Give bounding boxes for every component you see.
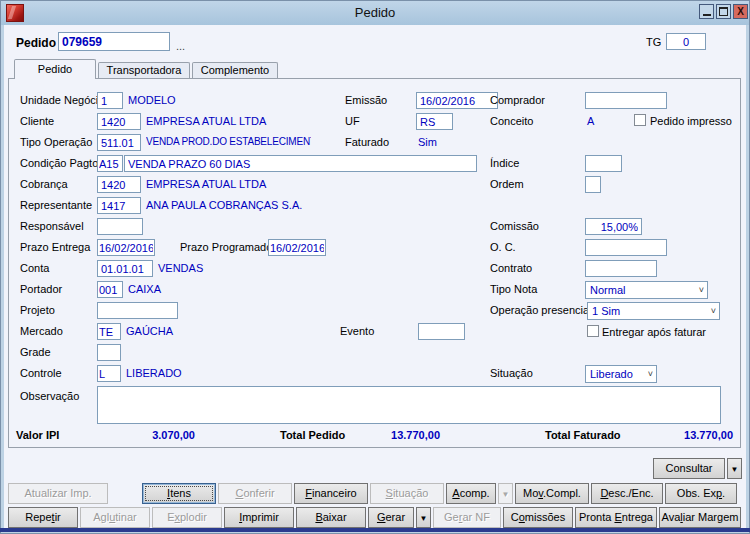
representante-desc: ANA PAULA COBRANÇAS S.A.: [146, 199, 302, 211]
mov-compl-button[interactable]: Mov.Compl.: [515, 483, 589, 504]
prazo-entrega-input[interactable]: [97, 239, 155, 256]
oc-input[interactable]: [585, 239, 667, 256]
evento-input[interactable]: [418, 323, 465, 340]
gerar-dropdown-button[interactable]: ▼: [416, 507, 431, 528]
acomp-dropdown-button: ▼: [498, 483, 513, 504]
dropdown-arrow-icon: ▼: [731, 465, 739, 474]
representante-label: Representante: [20, 199, 92, 211]
oc-label: O. C.: [490, 241, 516, 253]
projeto-input[interactable]: [97, 302, 178, 319]
pedido-lookup-button[interactable]: ...: [176, 40, 185, 52]
comissoes-button[interactable]: Comissões: [503, 507, 573, 528]
condicao-pagto-input[interactable]: [97, 155, 123, 172]
tipo-nota-label: Tipo Nota: [490, 283, 537, 295]
consultar-button[interactable]: Consultar: [653, 458, 725, 479]
tipo-nota-select[interactable]: Normal˅: [585, 281, 708, 299]
portador-input[interactable]: [97, 281, 123, 298]
chevron-down-icon: ˅: [711, 306, 716, 316]
condicao-pagto-desc-input[interactable]: [124, 155, 477, 172]
prazo-programado-label: Prazo Programado: [180, 241, 272, 253]
entregar-apos-faturar-label: Entregar após faturar: [602, 326, 706, 338]
projeto-label: Projeto: [20, 304, 55, 316]
contrato-input[interactable]: [585, 260, 657, 277]
cliente-input[interactable]: [97, 113, 141, 130]
uf-label: UF: [345, 115, 360, 127]
tipo-nota-value: Normal: [590, 284, 625, 296]
representante-input[interactable]: [97, 197, 141, 214]
condicao-pagto-label: Condição Pagto.: [20, 157, 101, 169]
indice-label: Índice: [490, 157, 519, 169]
tipo-operacao-desc: VENDA PROD.DO ESTABELECIMENTO (ICMS 1: [146, 136, 311, 147]
portador-label: Portador: [20, 283, 62, 295]
unidade-negocio-label: Unidade Negócio: [20, 94, 104, 106]
grade-input[interactable]: [97, 344, 121, 361]
uf-input[interactable]: [416, 113, 453, 130]
emissao-input[interactable]: [416, 92, 498, 109]
explodir-button: Explodir: [152, 507, 222, 528]
operacao-presencial-value: 1 Sim: [592, 305, 620, 317]
baixar-button[interactable]: Baixar: [296, 507, 366, 528]
desc-enc-button[interactable]: Desc./Enc.: [591, 483, 663, 504]
pedido-window: Pedido X Pedido Transportadora Complemen…: [0, 0, 750, 534]
atualizar-imp-button: Atualizar Imp.: [8, 483, 108, 504]
situacao-value: Liberado: [590, 368, 633, 380]
total-pedido-value: 13.770,00: [350, 429, 440, 441]
dropdown-arrow-icon: ▼: [502, 490, 510, 499]
entregar-apos-faturar-checkbox[interactable]: [587, 325, 599, 337]
pronta-entrega-button[interactable]: Pronta Entrega: [575, 507, 657, 528]
grade-label: Grade: [20, 346, 51, 358]
mercado-input[interactable]: [97, 323, 121, 340]
gerar-button[interactable]: Gerar: [368, 507, 414, 528]
situacao-select[interactable]: Liberado˅: [585, 365, 657, 383]
comprador-input[interactable]: [585, 92, 667, 109]
controle-desc: LIBERADO: [126, 367, 182, 379]
observacao-textarea[interactable]: [97, 386, 721, 424]
total-faturado-value: 13.770,00: [640, 429, 733, 441]
comprador-label: Comprador: [490, 94, 545, 106]
observacao-label: Observação: [20, 390, 79, 402]
evento-label: Evento: [340, 325, 374, 337]
controle-input[interactable]: [97, 365, 121, 382]
prazo-programado-input[interactable]: [268, 239, 326, 256]
prazo-entrega-label: Prazo Entrega: [20, 241, 90, 253]
itens-button[interactable]: Itens: [142, 483, 216, 504]
imprimir-button[interactable]: Imprimir: [224, 507, 294, 528]
pedido-number-input[interactable]: [58, 32, 170, 51]
total-faturado-label: Total Faturado: [545, 429, 621, 441]
chevron-down-icon: ˅: [699, 285, 704, 295]
dropdown-arrow-icon: ▼: [420, 514, 428, 523]
obs-exp-button[interactable]: Obs. Exp.: [665, 483, 737, 504]
comissao-label: Comissão: [490, 220, 539, 232]
tg-label: TG: [646, 36, 661, 48]
gerar-nf-button: Gerar NF: [433, 507, 501, 528]
faturado-label: Faturado: [345, 136, 389, 148]
conta-label: Conta: [20, 262, 49, 274]
situacao-button: Situação: [370, 483, 444, 504]
cliente-desc: EMPRESA ATUAL LTDA: [146, 115, 266, 127]
mercado-desc: GAÚCHA: [126, 325, 173, 337]
repetir-button[interactable]: Repetir: [8, 507, 78, 528]
cobranca-input[interactable]: [97, 176, 141, 193]
unidade-negocio-input[interactable]: [97, 92, 123, 109]
consultar-dropdown-button[interactable]: ▼: [727, 458, 742, 479]
avaliar-margem-button[interactable]: Avaliar Margem: [659, 507, 741, 528]
contrato-label: Contrato: [490, 262, 532, 274]
operacao-presencial-select[interactable]: 1 Sim˅: [587, 302, 720, 320]
tg-input[interactable]: [666, 33, 706, 50]
unidade-negocio-desc: MODELO: [128, 94, 176, 106]
comissao-input[interactable]: [585, 218, 642, 235]
cliente-label: Cliente: [20, 115, 54, 127]
pedido-impresso-checkbox[interactable]: [634, 114, 646, 126]
tipo-operacao-label: Tipo Operação: [20, 136, 92, 148]
financeiro-button[interactable]: Financeiro: [294, 483, 368, 504]
emissao-label: Emissão: [345, 94, 387, 106]
responsavel-input[interactable]: [97, 218, 143, 235]
conta-input[interactable]: [97, 260, 153, 277]
indice-input[interactable]: [585, 155, 622, 172]
ordem-input[interactable]: [585, 176, 601, 193]
conceito-value: A: [587, 115, 594, 127]
tipo-operacao-input[interactable]: [97, 134, 141, 151]
conceito-label: Conceito: [490, 115, 533, 127]
acomp-button[interactable]: Acomp.: [446, 483, 496, 504]
valor-ipi-value: 3.070,00: [100, 429, 195, 441]
